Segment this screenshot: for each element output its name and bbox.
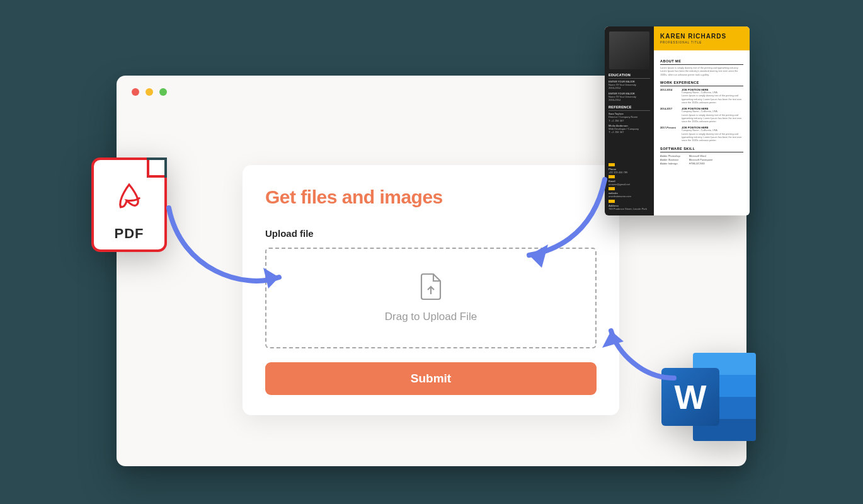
address-val: 769 Prudence Street, Lincoln Park bbox=[609, 207, 650, 210]
card-title: Get files and images bbox=[265, 186, 597, 208]
edu1-years: 2010-2014 bbox=[609, 86, 650, 89]
edu2-years: 2010-2014 bbox=[609, 98, 650, 101]
exp-row: 2012-2014 JOB POSITION HERECompany Name … bbox=[660, 88, 743, 105]
resume-sidebar: EDUCATION ENTER YOUR MAJOR Name Of Your … bbox=[605, 26, 654, 215]
exp-row: 2017-Present JOB POSITION HERECompany Na… bbox=[660, 126, 743, 142]
word-w-square: W bbox=[661, 368, 719, 426]
skill-item: HTML5/CSS3 bbox=[689, 162, 712, 166]
window-minimize-dot bbox=[146, 88, 153, 96]
word-file-icon: W bbox=[661, 353, 756, 441]
reference-heading: REFERENCE bbox=[609, 105, 650, 111]
submit-button[interactable]: Submit bbox=[265, 362, 597, 395]
adobe-logo-icon bbox=[112, 179, 146, 213]
window-zoom-dot bbox=[159, 88, 167, 96]
pdf-label: PDF bbox=[94, 226, 164, 242]
ref2-tel: T: +1 234 567 bbox=[609, 130, 650, 134]
resume-photo bbox=[609, 32, 649, 69]
resume-banner: KAREN RICHARDS PROFESSIONAL TITLE bbox=[654, 26, 750, 50]
resume-subtitle: PROFESSIONAL TITLE bbox=[660, 41, 743, 44]
about-heading: ABOUT ME bbox=[660, 59, 743, 65]
education-heading: EDUCATION bbox=[609, 73, 650, 79]
word-glyph: W bbox=[675, 377, 707, 416]
file-upload-icon bbox=[420, 273, 442, 303]
edu2-major: ENTER YOUR MAJOR bbox=[609, 92, 635, 95]
exp-row: 2014-2017 JOB POSITION HERECompany Name … bbox=[660, 107, 743, 123]
resume-main: KAREN RICHARDS PROFESSIONAL TITLE ABOUT … bbox=[654, 26, 750, 215]
upload-dropzone[interactable]: Drag to Upload File bbox=[265, 248, 597, 348]
phone-val: +00 123 456 789 bbox=[609, 171, 650, 174]
exp-year: 2014-2017 bbox=[660, 107, 678, 123]
ref2-name: Micke Anderson bbox=[609, 124, 628, 127]
ref1-tel: T: +1 234 567 bbox=[609, 119, 650, 122]
address-label: Address bbox=[609, 204, 619, 207]
exp-body: Lorem Ipsum is simply dummy text of the … bbox=[682, 94, 743, 105]
dropzone-text: Drag to Upload File bbox=[385, 311, 477, 323]
about-body: Lorem Ipsum is simply dummy text of the … bbox=[660, 67, 743, 77]
exp-year: 2017-Present bbox=[660, 126, 678, 142]
window-close-dot bbox=[132, 88, 139, 96]
phone-label: Phone bbox=[609, 168, 616, 171]
upload-card: Get files and images Upload file Drag to… bbox=[243, 165, 619, 415]
upload-field-label: Upload file bbox=[265, 228, 597, 239]
email-val: urname@gmail.net bbox=[609, 183, 650, 186]
experience-heading: WORK EXPERIENCE bbox=[660, 81, 743, 86]
exp-body: Lorem Ipsum is simply dummy text of the … bbox=[682, 114, 743, 124]
skills-heading: SOFTWARE SKILL bbox=[660, 147, 743, 152]
website-val: urwebsitename.com bbox=[609, 195, 650, 198]
traffic-lights bbox=[132, 88, 167, 96]
skill-item: Adobe Indesign bbox=[660, 162, 680, 166]
pdf-file-icon: PDF bbox=[91, 158, 167, 252]
resume-document-icon: EDUCATION ENTER YOUR MAJOR Name Of Your … bbox=[605, 26, 750, 215]
exp-body: Lorem Ipsum is simply dummy text of the … bbox=[682, 133, 743, 143]
resume-name: KAREN RICHARDS bbox=[660, 33, 743, 40]
exp-year: 2012-2014 bbox=[660, 88, 678, 105]
